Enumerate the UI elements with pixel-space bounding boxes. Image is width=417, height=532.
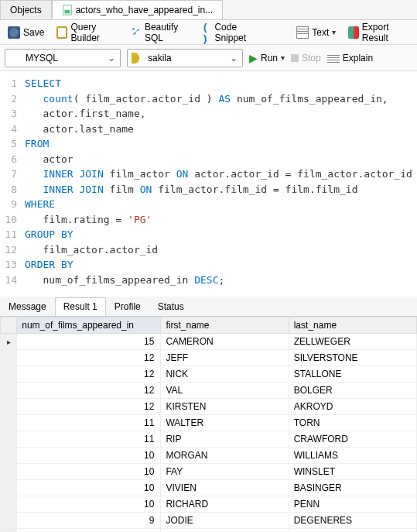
cell[interactable]: 12 bbox=[17, 399, 161, 415]
column-header[interactable]: last_name bbox=[289, 317, 416, 334]
cell[interactable]: NICK bbox=[161, 366, 289, 383]
cell[interactable]: 10 bbox=[17, 480, 161, 496]
cell[interactable]: RICHARD bbox=[161, 496, 289, 513]
stop-button[interactable]: Stop bbox=[291, 53, 321, 63]
code-snippet-button[interactable]: ( ) Code Snippet bbox=[200, 19, 265, 46]
tab-result-1[interactable]: Result 1 bbox=[55, 297, 106, 316]
row-header[interactable] bbox=[1, 496, 17, 513]
cell[interactable]: 15 bbox=[17, 334, 161, 350]
cell[interactable]: 12 bbox=[17, 350, 161, 366]
row-header[interactable] bbox=[1, 366, 17, 383]
cell[interactable]: SILVERSTONE bbox=[289, 350, 416, 366]
table-row[interactable]: 10FAYWINSLET bbox=[1, 464, 417, 480]
table-row[interactable]: 12KIRSTENAKROYD bbox=[1, 399, 417, 415]
cell[interactable]: RIP bbox=[161, 431, 289, 448]
cell[interactable]: FAY bbox=[161, 464, 289, 480]
code-line[interactable]: actor bbox=[25, 152, 73, 167]
cell[interactable]: 10 bbox=[17, 448, 161, 464]
sql-editor[interactable]: 1SELECT2 count( film_actor.actor_id ) AS… bbox=[0, 71, 417, 297]
row-header[interactable] bbox=[1, 480, 17, 496]
table-row[interactable]: 12JEFFSILVERSTONE bbox=[1, 350, 417, 366]
column-header[interactable]: first_name bbox=[161, 317, 289, 334]
row-header[interactable] bbox=[1, 448, 17, 464]
cell[interactable]: CRAWFORD bbox=[289, 431, 416, 448]
row-header[interactable] bbox=[1, 399, 17, 415]
database-dropdown[interactable]: sakila ⌄ bbox=[127, 49, 243, 67]
cell[interactable]: JODIE bbox=[161, 513, 289, 529]
cell[interactable]: WALTER bbox=[161, 415, 289, 431]
cell[interactable]: WILLIAMS bbox=[289, 448, 416, 464]
cell[interactable]: VAL bbox=[161, 383, 289, 399]
column-header[interactable]: num_of_films_appeared_in bbox=[17, 317, 161, 334]
table-row[interactable]: 15CAMERONZELLWEGER bbox=[1, 334, 417, 350]
table-row[interactable]: 9MATTHEWCARREY bbox=[1, 529, 417, 533]
code-line[interactable]: FROM bbox=[25, 136, 49, 152]
row-header[interactable] bbox=[1, 529, 17, 533]
code-line[interactable]: INNER JOIN film_actor ON actor.actor_id … bbox=[25, 166, 412, 182]
code-line[interactable]: INNER JOIN film ON film_actor.film_id = … bbox=[25, 182, 358, 197]
tab-query[interactable]: actors_who_have_appeared_in... bbox=[52, 0, 223, 19]
code-line[interactable]: WHERE bbox=[25, 197, 55, 212]
cell[interactable]: BOLGER bbox=[289, 383, 416, 399]
row-header[interactable] bbox=[1, 415, 17, 431]
cell[interactable]: 12 bbox=[17, 383, 161, 399]
cell[interactable]: PENN bbox=[289, 496, 416, 513]
explain-button[interactable]: Explain bbox=[327, 53, 373, 63]
row-header[interactable] bbox=[1, 431, 17, 448]
export-result-button[interactable]: Export Result bbox=[345, 20, 412, 45]
cell[interactable]: 10 bbox=[17, 464, 161, 480]
save-button[interactable]: Save bbox=[5, 25, 47, 40]
cell[interactable]: AKROYD bbox=[289, 399, 416, 415]
table-row[interactable]: 11RIPCRAWFORD bbox=[1, 431, 417, 448]
cell[interactable]: VIVIEN bbox=[161, 480, 289, 496]
query-builder-button[interactable]: Query Builder bbox=[53, 20, 121, 45]
table-row[interactable]: 9JODIEDEGENERES bbox=[1, 513, 417, 529]
code-line[interactable]: ORDER BY bbox=[25, 257, 73, 273]
text-button[interactable]: Text ▾ bbox=[293, 25, 339, 40]
code-line[interactable]: film.rating = 'PG' bbox=[25, 212, 152, 228]
cell[interactable]: JEFF bbox=[161, 350, 289, 366]
tab-profile[interactable]: Profile bbox=[106, 297, 149, 316]
cell[interactable]: BASINGER bbox=[289, 480, 416, 496]
cell[interactable]: ZELLWEGER bbox=[289, 334, 416, 350]
table-row[interactable]: 12VALBOLGER bbox=[1, 383, 417, 399]
cell[interactable]: 9 bbox=[17, 529, 161, 533]
cell[interactable]: TORN bbox=[289, 415, 416, 431]
code-line[interactable]: actor.last_name bbox=[25, 122, 134, 137]
code-line[interactable]: SELECT bbox=[25, 76, 61, 91]
tab-objects[interactable]: Objects bbox=[0, 0, 52, 19]
result-grid[interactable]: num_of_films_appeared_infirst_namelast_n… bbox=[0, 317, 417, 532]
beautify-sql-button[interactable]: Beautify SQL bbox=[128, 20, 194, 45]
code-line[interactable]: count( film_actor.actor_id ) AS num_of_f… bbox=[25, 91, 388, 107]
row-header[interactable] bbox=[1, 383, 17, 399]
code-line[interactable]: GROUP BY bbox=[25, 227, 73, 242]
table-row[interactable]: 12NICKSTALLONE bbox=[1, 366, 417, 383]
cell[interactable]: DEGENERES bbox=[289, 513, 416, 529]
cell[interactable]: 12 bbox=[17, 366, 161, 383]
cell[interactable]: KIRSTEN bbox=[161, 399, 289, 415]
cell[interactable]: WINSLET bbox=[289, 464, 416, 480]
table-row[interactable]: 11WALTERTORN bbox=[1, 415, 417, 431]
cell[interactable]: CARREY bbox=[289, 529, 416, 533]
code-line[interactable]: actor.first_name, bbox=[25, 106, 146, 122]
row-header[interactable] bbox=[1, 513, 17, 529]
run-button[interactable]: ▶ Run ▾ bbox=[249, 52, 285, 64]
code-line[interactable]: num_of_films_appeared_in DESC; bbox=[25, 273, 224, 288]
cell[interactable]: 10 bbox=[17, 496, 161, 513]
tab-status[interactable]: Status bbox=[149, 297, 193, 316]
engine-dropdown[interactable]: MYSQL ⌄ bbox=[5, 49, 121, 67]
row-header[interactable] bbox=[1, 464, 17, 480]
code-line[interactable]: film_actor.actor_id bbox=[25, 242, 158, 258]
cell[interactable]: STALLONE bbox=[289, 366, 416, 383]
row-header[interactable] bbox=[1, 350, 17, 366]
cell[interactable]: CAMERON bbox=[161, 334, 289, 350]
table-row[interactable]: 10RICHARDPENN bbox=[1, 496, 417, 513]
cell[interactable]: 11 bbox=[17, 431, 161, 448]
table-row[interactable]: 10VIVIENBASINGER bbox=[1, 480, 417, 496]
table-row[interactable]: 10MORGANWILLIAMS bbox=[1, 448, 417, 464]
cell[interactable]: 11 bbox=[17, 415, 161, 431]
cell[interactable]: MORGAN bbox=[161, 448, 289, 464]
row-header[interactable] bbox=[1, 334, 17, 350]
cell[interactable]: 9 bbox=[17, 513, 161, 529]
tab-message[interactable]: Message bbox=[0, 297, 55, 316]
